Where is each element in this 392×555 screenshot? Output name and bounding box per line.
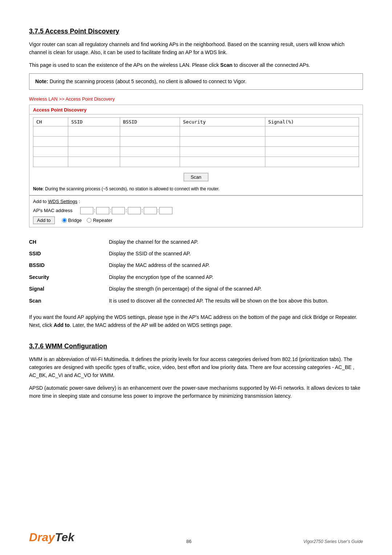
note-box: Note: During the scanning process (about… <box>29 73 363 89</box>
mac-octet-1[interactable] <box>80 207 93 214</box>
mac-sep-2: : <box>110 208 111 213</box>
def-row: SecurityDisplay the encryption type of t… <box>29 271 363 283</box>
def-description: It is used to discover all the connected… <box>109 295 363 307</box>
para2-text: This page is used to scan the existence … <box>29 62 220 68</box>
repeater-label: Repeater <box>93 218 112 223</box>
mac-address-row: AP's MAC address : : : : : <box>33 207 359 214</box>
section2-para1: WMM is an abbreviation of Wi-Fi Multimed… <box>29 355 363 380</box>
mac-sep-1: : <box>94 208 95 213</box>
section-para2: This page is used to scan the existence … <box>29 61 363 69</box>
table-row <box>33 146 359 157</box>
mac-octet-5[interactable] <box>144 207 157 214</box>
scan-note-label: Note <box>33 186 43 191</box>
breadcrumb[interactable]: Wireless LAN >> Access Point Discovery <box>29 96 363 102</box>
wds-title: Add to WDS Settings : <box>33 199 359 204</box>
guide-label: Vigor2750 Series User's Guide <box>303 539 363 544</box>
wds-para-bold: Add to <box>54 322 70 328</box>
scan-note-text: : During the scanning process (~5 second… <box>43 186 220 191</box>
def-term: BSSID <box>29 259 109 271</box>
scan-button[interactable]: Scan <box>184 173 208 181</box>
mac-sep-3: : <box>126 208 127 213</box>
definition-table: CHDisplay the channel for the scanned AP… <box>29 236 363 307</box>
scan-area: Scan <box>29 170 363 184</box>
col-bssid: BSSID <box>120 117 180 126</box>
mac-input-group: : : : : : <box>80 207 172 214</box>
table-row <box>33 126 359 136</box>
def-row: CHDisplay the channel for the scanned AP… <box>29 236 363 248</box>
ap-table: CH SSID BSSID Security Signal(%) <box>33 117 359 167</box>
def-description: Display the SSID of the scanned AP. <box>109 248 363 259</box>
wds-section: Add to WDS Settings : AP's MAC address :… <box>29 195 363 227</box>
addto-button[interactable]: Add to <box>33 216 55 224</box>
addto-row: Add to Bridge Repeater <box>33 216 359 224</box>
wds-colon: : <box>77 199 80 204</box>
mac-sep-4: : <box>142 208 143 213</box>
def-term: Security <box>29 271 109 283</box>
mode-radio-group: Bridge Repeater <box>62 218 113 223</box>
mac-label: AP's MAC address <box>33 208 77 213</box>
note-text: During the scanning process (about 5 sec… <box>48 78 246 84</box>
ap-table-header-row: CH SSID BSSID Security Signal(%) <box>33 117 359 126</box>
logo-dray: Dray <box>29 531 55 544</box>
scan-note: Note: During the scanning process (~5 se… <box>33 186 359 192</box>
bridge-radio[interactable] <box>62 218 67 223</box>
def-row: BSSIDDisplay the MAC address of the scan… <box>29 259 363 271</box>
wds-para: If you want the found AP applying the WD… <box>29 313 363 329</box>
logo-tek: Tek <box>55 531 74 544</box>
bridge-label: Bridge <box>68 218 82 223</box>
table-row <box>33 157 359 167</box>
section-title-375: 3.7.5 Access Point Discovery <box>29 28 363 35</box>
def-term: CH <box>29 236 109 248</box>
col-ssid: SSID <box>68 117 120 126</box>
def-description: Display the channel for the scanned AP. <box>109 236 363 248</box>
logo: DrayTek <box>29 531 74 544</box>
wds-settings-link[interactable]: WDS Settings <box>48 199 77 204</box>
def-row: SSIDDisplay the SSID of the scanned AP. <box>29 248 363 259</box>
para2-bold: Scan <box>220 62 232 68</box>
repeater-radio-label[interactable]: Repeater <box>87 218 112 223</box>
col-security: Security <box>180 117 265 126</box>
def-term: SSID <box>29 248 109 259</box>
table-row <box>33 136 359 146</box>
footer: DrayTek 86 Vigor2750 Series User's Guide <box>0 531 392 544</box>
panel-title: Access Point Discovery <box>29 105 363 114</box>
bridge-radio-label[interactable]: Bridge <box>62 218 82 223</box>
section-para1: Vigor router can scan all regulatory cha… <box>29 40 363 57</box>
def-description: Display the strength (in percentage) of … <box>109 283 363 295</box>
def-term: Scan <box>29 295 109 307</box>
mac-sep-5: : <box>158 208 159 213</box>
ap-table-wrapper: CH SSID BSSID Security Signal(%) <box>29 114 363 170</box>
mac-octet-4[interactable] <box>128 207 141 214</box>
mac-octet-6[interactable] <box>159 207 172 214</box>
wds-add-to-label: Add to <box>33 199 47 204</box>
para2-end: to discover all the connected APs. <box>232 62 310 68</box>
ap-discovery-panel: Access Point Discovery CH SSID BSSID Sec… <box>29 105 363 227</box>
page-number: 86 <box>186 539 191 544</box>
section2-para2: APSD (automatic power-save delivery) is … <box>29 384 363 400</box>
wds-para-end: . Later, the MAC address of the AP will … <box>70 322 232 328</box>
mac-octet-3[interactable] <box>112 207 125 214</box>
def-row: ScanIt is used to discover all the conne… <box>29 295 363 307</box>
repeater-radio[interactable] <box>87 218 91 223</box>
def-description: Display the encryption type of the scann… <box>109 271 363 283</box>
col-ch: CH <box>33 117 68 126</box>
def-term: Signal <box>29 283 109 295</box>
mac-octet-2[interactable] <box>96 207 109 214</box>
def-row: SignalDisplay the strength (in percentag… <box>29 283 363 295</box>
def-description: Display the MAC address of the scanned A… <box>109 259 363 271</box>
note-label: Note: <box>35 78 48 84</box>
section-title-376: 3.7.6 WMM Configuration <box>29 343 363 350</box>
col-signal: Signal(%) <box>265 117 359 126</box>
